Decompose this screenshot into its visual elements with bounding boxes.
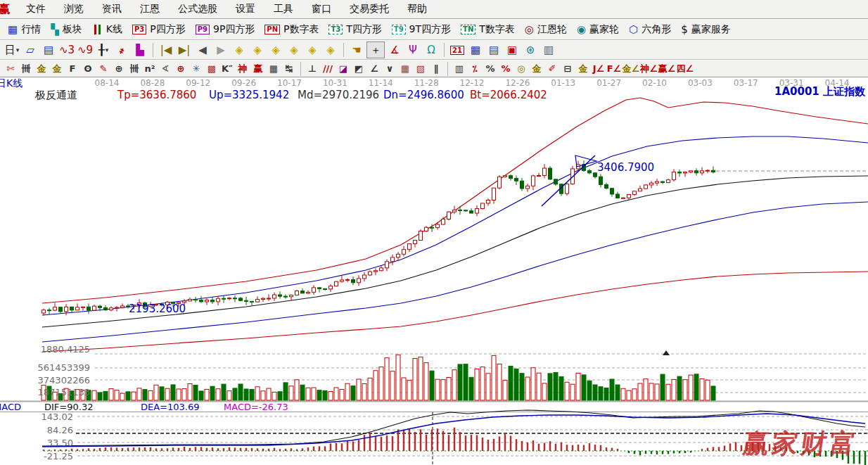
- watermark: 赢家财富网: [736, 426, 868, 465]
- date-tick: 10-17: [277, 78, 302, 88]
- macd-dea-value: DEA=103.69: [141, 402, 200, 412]
- date-tick: 02-10: [642, 78, 667, 88]
- annotation-high-price: 3406.7900: [597, 161, 654, 174]
- app-window: { "menu": { "logo": "赢", "items": [ {"na…: [0, 0, 868, 465]
- date-tick: 09-12: [186, 78, 210, 88]
- legend-md: Md=2970.2196: [298, 89, 379, 101]
- date-tick: 12-26: [505, 78, 530, 88]
- date-tick: 08-28: [140, 78, 165, 88]
- volume-axis-label: 187151133: [0, 387, 90, 397]
- price-axis-label: 1880.4125: [0, 344, 90, 355]
- date-tick: 03-03: [688, 78, 713, 88]
- date-tick: 10-31: [323, 78, 347, 88]
- price-chart-canvas[interactable]: [0, 0, 868, 465]
- date-tick: 03-17: [734, 78, 758, 88]
- macd-axis-label: -21.25: [0, 451, 73, 461]
- macd-macd-value: MACD=-26.73: [224, 402, 288, 412]
- macd-title: MACD: [0, 402, 21, 412]
- indicator-name: 极反通道: [35, 89, 77, 102]
- date-tick: 11-14: [369, 78, 393, 88]
- date-tick: 01-27: [596, 78, 621, 88]
- legend-bt: Bt=2066.2402: [470, 89, 547, 101]
- date-tick: 12-12: [460, 78, 485, 88]
- legend-tp: Tp=3636.7860: [117, 89, 196, 101]
- macd-axis-label: 143.02: [0, 412, 73, 422]
- volume-axis-label: 374302266: [0, 375, 90, 386]
- macd-axis-label: 33.50: [0, 438, 73, 448]
- annotation-low-price: 2193.2600: [129, 302, 186, 315]
- date-tick: 09-26: [231, 78, 256, 88]
- date-tick: 11-28: [414, 78, 439, 88]
- volume-axis-label: 561453399: [0, 362, 90, 373]
- date-tick: 01-13: [551, 78, 575, 88]
- period-label: 日K线: [0, 77, 23, 90]
- macd-dif-value: DIF=90.32: [44, 402, 93, 412]
- macd-axis-label: 84.26: [0, 425, 73, 435]
- symbol-label: 1A0001 上证指数: [774, 85, 865, 98]
- date-tick: 08-14: [95, 78, 120, 88]
- legend-dn: Dn=2496.8600: [383, 89, 464, 101]
- legend-up: Up=3325.1942: [209, 89, 289, 101]
